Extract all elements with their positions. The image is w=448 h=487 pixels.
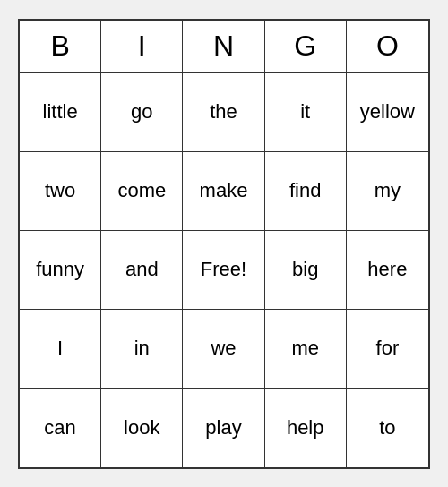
bingo-cell[interactable]: it xyxy=(265,73,347,152)
bingo-cell[interactable]: two xyxy=(20,152,101,231)
bingo-cell[interactable]: look xyxy=(101,389,183,467)
header-letter: I xyxy=(101,21,183,72)
bingo-cell[interactable]: little xyxy=(20,73,101,152)
bingo-cell[interactable]: in xyxy=(101,310,183,389)
bingo-cell[interactable]: here xyxy=(347,231,428,310)
bingo-cell[interactable]: funny xyxy=(20,231,101,310)
bingo-card: BINGO littlegotheityellowtwocomemakefind… xyxy=(18,19,430,469)
bingo-cell[interactable]: and xyxy=(101,231,183,310)
bingo-cell[interactable]: I xyxy=(20,310,101,389)
bingo-cell[interactable]: make xyxy=(183,152,264,231)
bingo-cell[interactable]: find xyxy=(265,152,347,231)
bingo-cell[interactable]: play xyxy=(183,389,264,467)
bingo-cell[interactable]: come xyxy=(101,152,183,231)
bingo-grid: littlegotheityellowtwocomemakefindmyfunn… xyxy=(20,73,428,467)
bingo-cell[interactable]: me xyxy=(265,310,347,389)
bingo-cell[interactable]: to xyxy=(347,389,428,467)
bingo-cell[interactable]: big xyxy=(265,231,347,310)
bingo-cell[interactable]: Free! xyxy=(183,231,264,310)
bingo-cell[interactable]: for xyxy=(347,310,428,389)
bingo-header: BINGO xyxy=(20,21,428,73)
header-letter: G xyxy=(265,21,347,72)
header-letter: N xyxy=(183,21,264,72)
header-letter: O xyxy=(347,21,428,72)
bingo-cell[interactable]: my xyxy=(347,152,428,231)
bingo-cell[interactable]: we xyxy=(183,310,264,389)
header-letter: B xyxy=(20,21,101,72)
bingo-cell[interactable]: the xyxy=(183,73,264,152)
bingo-cell[interactable]: yellow xyxy=(347,73,428,152)
bingo-cell[interactable]: can xyxy=(20,389,101,467)
bingo-cell[interactable]: go xyxy=(101,73,183,152)
bingo-cell[interactable]: help xyxy=(265,389,347,467)
